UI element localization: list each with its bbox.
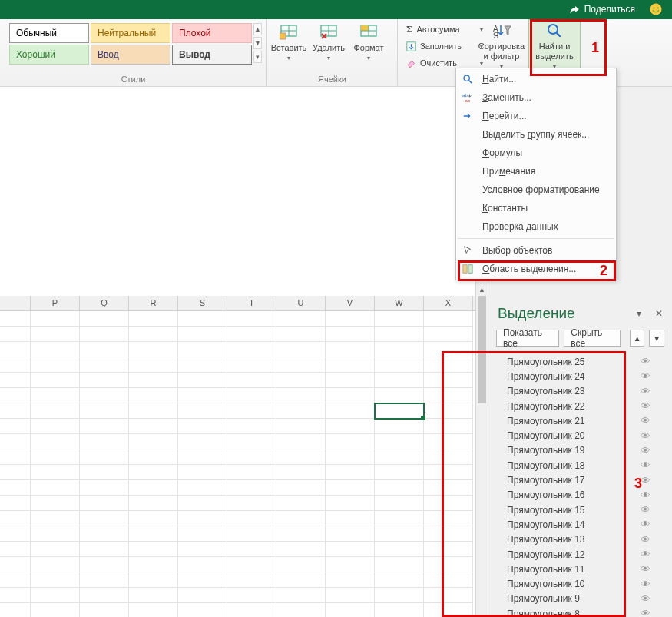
eye-icon[interactable]: 👁: [641, 370, 650, 382]
cell[interactable]: [80, 373, 129, 388]
eye-icon[interactable]: 👁: [641, 400, 650, 412]
eye-icon[interactable]: 👁: [641, 475, 650, 486]
eye-icon[interactable]: 👁: [641, 549, 650, 560]
list-item[interactable]: Прямоугольник 22👁: [507, 399, 667, 413]
delete-button[interactable]: Удалить▾: [309, 21, 349, 65]
menu-datavalid[interactable]: Проверка данных: [456, 217, 616, 236]
list-item[interactable]: Прямоугольник 24👁: [507, 369, 667, 383]
cell[interactable]: [129, 526, 178, 542]
cell[interactable]: [375, 327, 424, 342]
cell[interactable]: [326, 603, 375, 617]
cell[interactable]: [31, 327, 80, 342]
eye-icon[interactable]: 👁: [641, 386, 650, 397]
cell[interactable]: [227, 511, 276, 526]
cell[interactable]: [129, 480, 178, 496]
column-header[interactable]: Q: [80, 296, 129, 310]
list-item[interactable]: Прямоугольник 14👁: [507, 517, 667, 532]
cell[interactable]: [31, 342, 80, 357]
column-header[interactable]: P: [31, 296, 80, 310]
cell[interactable]: [129, 603, 178, 617]
format-button[interactable]: Формат▾: [349, 21, 389, 65]
cell[interactable]: [178, 588, 227, 603]
menu-replace[interactable]: abac Заменить...: [456, 88, 616, 107]
styles-gallery-scroll[interactable]: ▲ ▼ ▾: [253, 21, 263, 65]
cell[interactable]: [424, 542, 473, 557]
cell[interactable]: [31, 511, 80, 526]
cell[interactable]: [375, 480, 424, 496]
cell[interactable]: [276, 357, 326, 373]
cell[interactable]: [227, 311, 276, 327]
cell[interactable]: [375, 572, 424, 588]
list-item[interactable]: Прямоугольник 18👁: [507, 458, 667, 473]
column-header[interactable]: T: [227, 296, 276, 310]
cell[interactable]: [227, 449, 276, 465]
cell[interactable]: [276, 511, 326, 526]
cell[interactable]: [129, 542, 178, 557]
cell[interactable]: [424, 496, 473, 511]
eye-icon[interactable]: 👁: [641, 504, 650, 516]
cell[interactable]: [375, 419, 424, 434]
cell[interactable]: [375, 357, 424, 373]
cell[interactable]: [31, 419, 80, 434]
cell[interactable]: [80, 434, 129, 449]
cell[interactable]: [0, 542, 31, 557]
list-item[interactable]: Прямоугольник 8👁: [507, 606, 667, 617]
menu-selpane[interactable]: Область выделения...: [456, 260, 616, 278]
cell[interactable]: [227, 572, 276, 588]
cell[interactable]: [129, 311, 178, 327]
cell[interactable]: [80, 588, 129, 603]
cell[interactable]: [424, 434, 473, 449]
cell[interactable]: [276, 327, 326, 342]
cell[interactable]: [326, 342, 375, 357]
cell[interactable]: [178, 603, 227, 617]
cell[interactable]: [276, 603, 326, 617]
cell[interactable]: [424, 403, 473, 419]
eye-icon[interactable]: 👁: [641, 563, 650, 575]
menu-selobj[interactable]: Выбор объектов: [456, 241, 616, 260]
cell[interactable]: [227, 588, 276, 603]
cell[interactable]: [326, 496, 375, 511]
cell[interactable]: [424, 342, 473, 357]
cell[interactable]: [31, 496, 80, 511]
cell[interactable]: [326, 465, 375, 480]
cell[interactable]: [178, 388, 227, 403]
cell[interactable]: [227, 388, 276, 403]
cell[interactable]: [326, 511, 375, 526]
cell[interactable]: [375, 449, 424, 465]
cell[interactable]: [80, 557, 129, 572]
cell[interactable]: [276, 572, 326, 588]
cell[interactable]: [227, 373, 276, 388]
cell[interactable]: [326, 373, 375, 388]
close-icon[interactable]: ✕: [655, 308, 663, 319]
cell[interactable]: [129, 449, 178, 465]
eye-icon[interactable]: 👁: [641, 489, 650, 501]
cell[interactable]: [0, 496, 31, 511]
cell[interactable]: [326, 357, 375, 373]
cell[interactable]: [276, 419, 326, 434]
cell[interactable]: [178, 327, 227, 342]
cell[interactable]: [375, 388, 424, 403]
list-item[interactable]: Прямоугольник 10👁: [507, 576, 667, 591]
cell[interactable]: [276, 557, 326, 572]
list-item[interactable]: Прямоугольник 12👁: [507, 547, 667, 562]
cell[interactable]: [0, 572, 31, 588]
cell[interactable]: [178, 557, 227, 572]
cell[interactable]: [0, 388, 31, 403]
cell[interactable]: [31, 526, 80, 542]
cell[interactable]: [424, 419, 473, 434]
cell[interactable]: [424, 373, 473, 388]
cell[interactable]: [227, 434, 276, 449]
cell[interactable]: [80, 511, 129, 526]
cell-style-item[interactable]: Вывод: [172, 45, 252, 65]
cell[interactable]: [424, 603, 473, 617]
list-item[interactable]: Прямоугольник 11👁: [507, 562, 667, 576]
column-header[interactable]: X: [424, 296, 473, 310]
menu-goto[interactable]: Перейти...: [456, 107, 616, 125]
cell[interactable]: [80, 419, 129, 434]
eye-icon[interactable]: 👁: [641, 519, 650, 530]
cell[interactable]: [31, 388, 80, 403]
cell[interactable]: [326, 588, 375, 603]
cell[interactable]: [80, 449, 129, 465]
cell[interactable]: [326, 526, 375, 542]
cell[interactable]: [375, 542, 424, 557]
